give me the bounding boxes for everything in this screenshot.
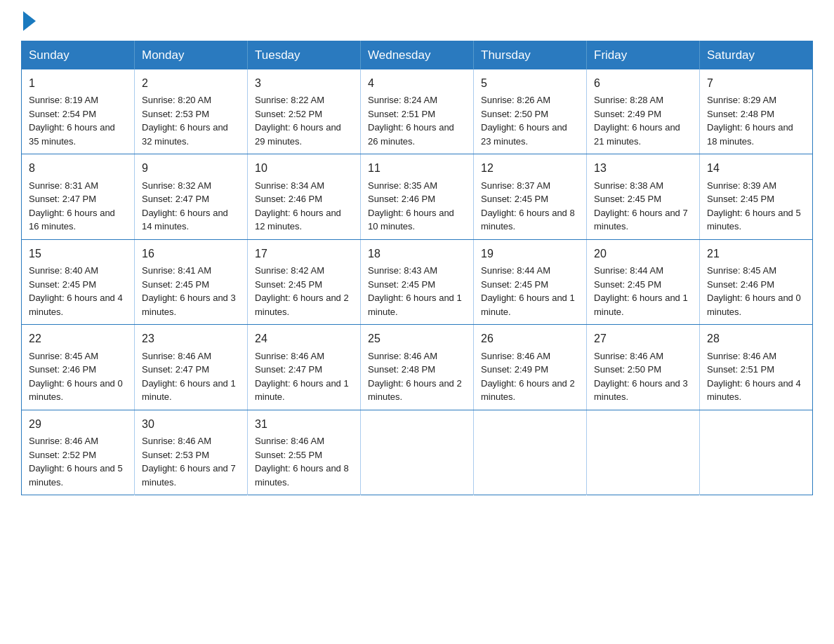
day-number: 9 — [142, 160, 240, 176]
calendar-cell: 16Sunrise: 8:41 AMSunset: 2:45 PMDayligh… — [135, 239, 248, 324]
day-number: 18 — [368, 246, 466, 262]
day-info: Sunrise: 8:45 AMSunset: 2:46 PMDaylight:… — [707, 265, 801, 317]
day-info: Sunrise: 8:39 AMSunset: 2:45 PMDaylight:… — [707, 180, 801, 232]
calendar-cell: 27Sunrise: 8:46 AMSunset: 2:50 PMDayligh… — [587, 325, 700, 410]
calendar-cell: 4Sunrise: 8:24 AMSunset: 2:51 PMDaylight… — [361, 69, 474, 154]
calendar-cell: 6Sunrise: 8:28 AMSunset: 2:49 PMDaylight… — [587, 69, 700, 154]
column-header-wednesday: Wednesday — [361, 41, 474, 70]
day-info: Sunrise: 8:46 AMSunset: 2:48 PMDaylight:… — [368, 351, 462, 403]
day-number: 16 — [142, 246, 240, 262]
calendar-cell: 31Sunrise: 8:46 AMSunset: 2:55 PMDayligh… — [248, 410, 361, 495]
day-number: 15 — [29, 246, 127, 262]
calendar-header-row: SundayMondayTuesdayWednesdayThursdayFrid… — [22, 41, 813, 70]
day-info: Sunrise: 8:43 AMSunset: 2:45 PMDaylight:… — [368, 265, 462, 317]
column-header-thursday: Thursday — [474, 41, 587, 70]
calendar-cell: 12Sunrise: 8:37 AMSunset: 2:45 PMDayligh… — [474, 154, 587, 239]
calendar-cell: 28Sunrise: 8:46 AMSunset: 2:51 PMDayligh… — [700, 325, 813, 410]
day-info: Sunrise: 8:24 AMSunset: 2:51 PMDaylight:… — [368, 95, 454, 147]
day-info: Sunrise: 8:19 AMSunset: 2:54 PMDaylight:… — [29, 95, 115, 147]
day-number: 10 — [255, 160, 353, 176]
calendar-cell: 9Sunrise: 8:32 AMSunset: 2:47 PMDaylight… — [135, 154, 248, 239]
calendar-cell: 29Sunrise: 8:46 AMSunset: 2:52 PMDayligh… — [22, 410, 135, 495]
column-header-tuesday: Tuesday — [248, 41, 361, 70]
calendar-cell: 21Sunrise: 8:45 AMSunset: 2:46 PMDayligh… — [700, 239, 813, 324]
calendar-cell: 7Sunrise: 8:29 AMSunset: 2:48 PMDaylight… — [700, 69, 813, 154]
day-number: 3 — [255, 75, 353, 91]
day-number: 19 — [481, 246, 579, 262]
calendar-cell: 14Sunrise: 8:39 AMSunset: 2:45 PMDayligh… — [700, 154, 813, 239]
calendar-cell — [361, 410, 474, 495]
calendar-cell: 18Sunrise: 8:43 AMSunset: 2:45 PMDayligh… — [361, 239, 474, 324]
logo — [21, 14, 36, 27]
day-number: 13 — [594, 160, 692, 176]
day-info: Sunrise: 8:28 AMSunset: 2:49 PMDaylight:… — [594, 95, 680, 147]
day-number: 20 — [594, 246, 692, 262]
day-number: 2 — [142, 75, 240, 91]
calendar-week-1: 1Sunrise: 8:19 AMSunset: 2:54 PMDaylight… — [22, 69, 813, 154]
calendar-cell: 2Sunrise: 8:20 AMSunset: 2:53 PMDaylight… — [135, 69, 248, 154]
day-number: 12 — [481, 160, 579, 176]
day-info: Sunrise: 8:46 AMSunset: 2:47 PMDaylight:… — [142, 351, 236, 403]
day-info: Sunrise: 8:46 AMSunset: 2:53 PMDaylight:… — [142, 436, 236, 488]
calendar-cell: 22Sunrise: 8:45 AMSunset: 2:46 PMDayligh… — [22, 325, 135, 410]
column-header-friday: Friday — [587, 41, 700, 70]
column-header-monday: Monday — [135, 41, 248, 70]
calendar-cell: 30Sunrise: 8:46 AMSunset: 2:53 PMDayligh… — [135, 410, 248, 495]
day-info: Sunrise: 8:44 AMSunset: 2:45 PMDaylight:… — [594, 265, 688, 317]
page-header — [21, 14, 813, 27]
day-info: Sunrise: 8:41 AMSunset: 2:45 PMDaylight:… — [142, 265, 236, 317]
day-info: Sunrise: 8:46 AMSunset: 2:50 PMDaylight:… — [594, 351, 688, 403]
day-number: 26 — [481, 330, 579, 347]
day-info: Sunrise: 8:44 AMSunset: 2:45 PMDaylight:… — [481, 265, 575, 317]
calendar-week-5: 29Sunrise: 8:46 AMSunset: 2:52 PMDayligh… — [22, 410, 813, 495]
calendar-cell: 5Sunrise: 8:26 AMSunset: 2:50 PMDaylight… — [474, 69, 587, 154]
calendar-cell: 11Sunrise: 8:35 AMSunset: 2:46 PMDayligh… — [361, 154, 474, 239]
day-info: Sunrise: 8:32 AMSunset: 2:47 PMDaylight:… — [142, 180, 228, 232]
day-number: 11 — [368, 160, 466, 176]
calendar-cell: 26Sunrise: 8:46 AMSunset: 2:49 PMDayligh… — [474, 325, 587, 410]
calendar-cell: 24Sunrise: 8:46 AMSunset: 2:47 PMDayligh… — [248, 325, 361, 410]
day-number: 22 — [29, 330, 127, 347]
day-info: Sunrise: 8:20 AMSunset: 2:53 PMDaylight:… — [142, 95, 228, 147]
day-number: 5 — [481, 75, 579, 91]
day-info: Sunrise: 8:46 AMSunset: 2:51 PMDaylight:… — [707, 351, 801, 403]
day-number: 7 — [707, 75, 805, 91]
day-info: Sunrise: 8:37 AMSunset: 2:45 PMDaylight:… — [481, 180, 575, 232]
calendar-cell: 17Sunrise: 8:42 AMSunset: 2:45 PMDayligh… — [248, 239, 361, 324]
calendar-week-2: 8Sunrise: 8:31 AMSunset: 2:47 PMDaylight… — [22, 154, 813, 239]
calendar-cell — [587, 410, 700, 495]
day-info: Sunrise: 8:46 AMSunset: 2:52 PMDaylight:… — [29, 436, 123, 488]
day-number: 4 — [368, 75, 466, 91]
calendar-cell: 25Sunrise: 8:46 AMSunset: 2:48 PMDayligh… — [361, 325, 474, 410]
day-info: Sunrise: 8:40 AMSunset: 2:45 PMDaylight:… — [29, 265, 123, 317]
day-info: Sunrise: 8:29 AMSunset: 2:48 PMDaylight:… — [707, 95, 793, 147]
day-number: 14 — [707, 160, 805, 176]
day-info: Sunrise: 8:22 AMSunset: 2:52 PMDaylight:… — [255, 95, 341, 147]
day-number: 28 — [707, 330, 805, 347]
day-info: Sunrise: 8:34 AMSunset: 2:46 PMDaylight:… — [255, 180, 341, 232]
day-number: 1 — [29, 75, 127, 91]
day-info: Sunrise: 8:26 AMSunset: 2:50 PMDaylight:… — [481, 95, 567, 147]
day-number: 17 — [255, 246, 353, 262]
day-info: Sunrise: 8:35 AMSunset: 2:46 PMDaylight:… — [368, 180, 454, 232]
day-number: 25 — [368, 330, 466, 347]
day-number: 23 — [142, 330, 240, 347]
day-info: Sunrise: 8:46 AMSunset: 2:55 PMDaylight:… — [255, 436, 349, 488]
calendar-cell: 1Sunrise: 8:19 AMSunset: 2:54 PMDaylight… — [22, 69, 135, 154]
calendar-cell: 3Sunrise: 8:22 AMSunset: 2:52 PMDaylight… — [248, 69, 361, 154]
column-header-sunday: Sunday — [22, 41, 135, 70]
calendar-cell: 15Sunrise: 8:40 AMSunset: 2:45 PMDayligh… — [22, 239, 135, 324]
day-number: 21 — [707, 246, 805, 262]
day-info: Sunrise: 8:42 AMSunset: 2:45 PMDaylight:… — [255, 265, 349, 317]
day-info: Sunrise: 8:31 AMSunset: 2:47 PMDaylight:… — [29, 180, 115, 232]
calendar-cell — [474, 410, 587, 495]
calendar-cell: 13Sunrise: 8:38 AMSunset: 2:45 PMDayligh… — [587, 154, 700, 239]
day-info: Sunrise: 8:45 AMSunset: 2:46 PMDaylight:… — [29, 351, 123, 403]
calendar-table: SundayMondayTuesdayWednesdayThursdayFrid… — [21, 41, 813, 495]
column-header-saturday: Saturday — [700, 41, 813, 70]
day-number: 30 — [142, 416, 240, 432]
day-number: 8 — [29, 160, 127, 176]
calendar-week-4: 22Sunrise: 8:45 AMSunset: 2:46 PMDayligh… — [22, 325, 813, 410]
day-number: 6 — [594, 75, 692, 91]
day-info: Sunrise: 8:46 AMSunset: 2:47 PMDaylight:… — [255, 351, 349, 403]
